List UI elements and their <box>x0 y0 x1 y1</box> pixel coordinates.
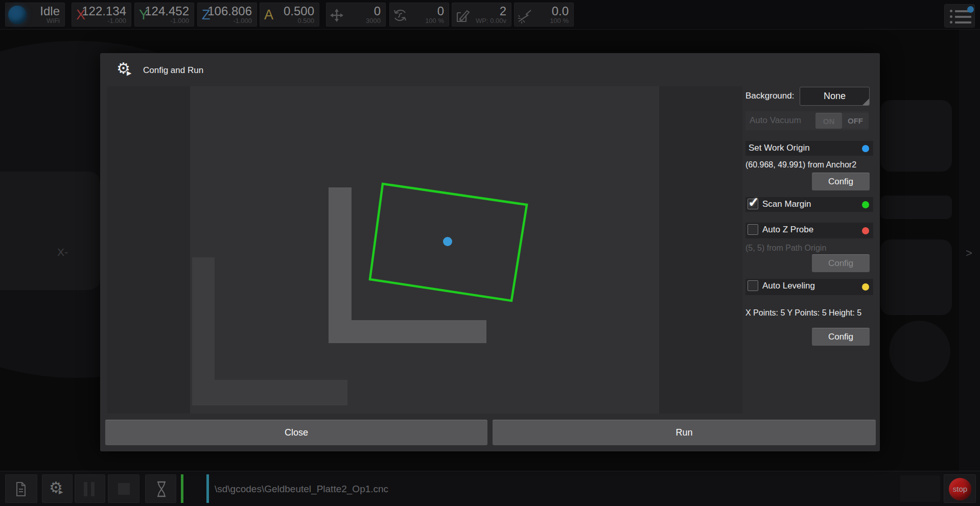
auto-vacuum-row: Auto Vacuum ON OFF <box>745 111 869 130</box>
scan-margin-label: Scan Margin <box>762 199 811 209</box>
tool-sub-value: WP: 0.00v <box>476 17 506 25</box>
menu-button[interactable] <box>944 4 975 28</box>
auto-z-probe-row[interactable]: Auto Z Probe <box>745 223 873 238</box>
background-panel-shape-4 <box>889 321 950 382</box>
machine-state: Idle <box>40 4 60 18</box>
auto-leveling-status-dot <box>862 283 869 291</box>
tool-cell[interactable]: 2 WP: 0.00v <box>452 3 511 27</box>
scan-margin-row[interactable]: ✓ Scan Margin <box>745 197 873 212</box>
axis-readout-a[interactable]: A 0.500 0.500 <box>260 3 319 27</box>
work-origin-dot <box>443 237 452 246</box>
spindle-sub-value: 100 % <box>425 17 444 25</box>
aux-panel <box>900 475 940 502</box>
pause-button[interactable] <box>75 474 105 503</box>
axis-x-value: 122.134 <box>82 4 126 18</box>
dialog-title: Config and Run <box>143 65 203 76</box>
feed-sub-value: 3000 <box>366 17 381 25</box>
control-bar: ⚙ ▶ \sd\gcodes\Geldbeutel_Platte2_Op1.cn… <box>0 471 980 506</box>
work-origin-detail: (60.968, 49.991) from Anchor2 <box>745 160 856 170</box>
jog-x-minus-label: X- <box>57 246 68 258</box>
file-button[interactable] <box>5 474 37 503</box>
auto-z-probe-checkbox[interactable] <box>748 224 758 235</box>
axis-y-sub-value: -1.000 <box>170 17 189 25</box>
play-overlay-icon: ▶ <box>59 489 63 495</box>
auto-leveling-row[interactable]: Auto Leveling <box>745 279 873 295</box>
axis-a-label: A <box>264 7 273 23</box>
spindle-rotation-icon <box>392 8 408 23</box>
stop-icon: stop <box>949 478 971 500</box>
run-button[interactable]: Run <box>493 420 876 445</box>
axis-x-sub-value: -1.000 <box>107 17 126 25</box>
auto-leveling-checkbox[interactable] <box>748 280 758 291</box>
spindle-cell[interactable]: 0 100 % <box>389 3 449 27</box>
connection-status-icon <box>8 6 27 24</box>
leveling-config-button[interactable]: Config <box>812 328 870 346</box>
checkmark-icon: ✓ <box>748 195 759 210</box>
background-select[interactable]: None <box>800 87 870 106</box>
feed-rate-cell[interactable]: 0 3000 <box>326 3 386 27</box>
tool-number: 2 <box>500 4 506 18</box>
axis-readout-x[interactable]: X 122.134 -1.000 <box>72 3 131 27</box>
leveling-detail: X Points: 5 Y Points: 5 Height: 5 <box>745 308 861 318</box>
config-run-button[interactable]: ⚙ ▶ <box>42 474 73 503</box>
work-origin-config-button[interactable]: Config <box>812 173 870 190</box>
set-work-origin-row[interactable]: Set Work Origin <box>745 141 873 156</box>
jog-x-minus-button[interactable]: X- <box>0 172 100 290</box>
loaded-file-path[interactable]: \sd\gcodes\Geldbeutel_Platte2_Op1.cnc <box>215 471 388 506</box>
chevron-right-icon: > <box>966 247 972 260</box>
axis-a-sub-value: 0.500 <box>297 17 314 25</box>
spindle-value: 0 <box>437 4 444 18</box>
emergency-stop-button[interactable]: stop <box>944 474 976 503</box>
toolpath-overlay <box>107 86 742 414</box>
laser-cell[interactable]: 0.0 100 % <box>514 3 574 27</box>
hourglass-icon <box>153 480 170 498</box>
axis-readout-z[interactable]: Z 106.806 -1.000 <box>197 3 257 27</box>
move-arrows-icon <box>329 8 344 23</box>
play-overlay-icon: ▶ <box>127 69 131 77</box>
auto-vacuum-on-toggle[interactable]: ON <box>815 113 842 129</box>
pause-icon <box>84 482 98 498</box>
axis-readout-y[interactable]: Y 124.452 -1.000 <box>134 3 194 27</box>
z-probe-config-button[interactable]: Config <box>812 254 870 272</box>
close-button[interactable]: Close <box>105 420 487 445</box>
background-panel-shape-1 <box>880 100 952 172</box>
laser-icon <box>517 8 533 24</box>
background-label: Background: <box>745 91 794 101</box>
axis-z-value: 106.806 <box>207 4 252 18</box>
config-and-run-dialog: ⚙ ▶ Config and Run Background: None Auto… <box>100 53 880 451</box>
auto-vacuum-off-toggle[interactable]: OFF <box>842 113 869 129</box>
notification-dot <box>967 6 974 13</box>
background-panel-shape-2 <box>880 196 952 219</box>
auto-vacuum-label: Auto Vacuum <box>750 115 801 126</box>
background-panel-shape-3 <box>880 239 952 315</box>
stop-square-icon <box>118 483 130 495</box>
z-probe-detail: (5, 5) from Path Origin <box>745 244 826 253</box>
connection-type: WiFi <box>46 17 60 25</box>
progress-indicator <box>181 474 183 503</box>
auto-z-probe-status-dot <box>862 227 869 234</box>
axis-y-value: 124.452 <box>145 4 189 18</box>
tool-edit-icon <box>455 8 471 24</box>
file-accent-bar <box>206 474 209 503</box>
machine-status-cell[interactable]: Idle WiFi <box>5 3 65 27</box>
abort-button[interactable] <box>108 474 139 503</box>
wait-button[interactable] <box>145 474 176 503</box>
auto-leveling-label: Auto Leveling <box>762 281 815 291</box>
side-panel-toggle[interactable]: > <box>959 30 980 471</box>
toolpath-preview-canvas[interactable] <box>107 86 742 414</box>
feed-value: 0 <box>374 4 381 18</box>
scan-margin-status-dot <box>862 201 869 208</box>
file-icon <box>12 480 30 498</box>
axis-z-sub-value: -1.000 <box>233 17 252 25</box>
scan-margin-checkbox[interactable]: ✓ <box>748 199 758 209</box>
set-work-origin-label: Set Work Origin <box>749 143 810 153</box>
set-work-origin-status-dot <box>862 145 869 152</box>
list-menu-icon <box>950 10 971 27</box>
laser-sub-value: 100 % <box>550 17 569 25</box>
laser-value: 0.0 <box>552 4 569 18</box>
auto-z-probe-label: Auto Z Probe <box>762 225 813 235</box>
axis-a-value: 0.500 <box>284 4 314 18</box>
status-bar: Idle WiFi X 122.134 -1.000 Y 124.452 -1.… <box>0 0 980 30</box>
